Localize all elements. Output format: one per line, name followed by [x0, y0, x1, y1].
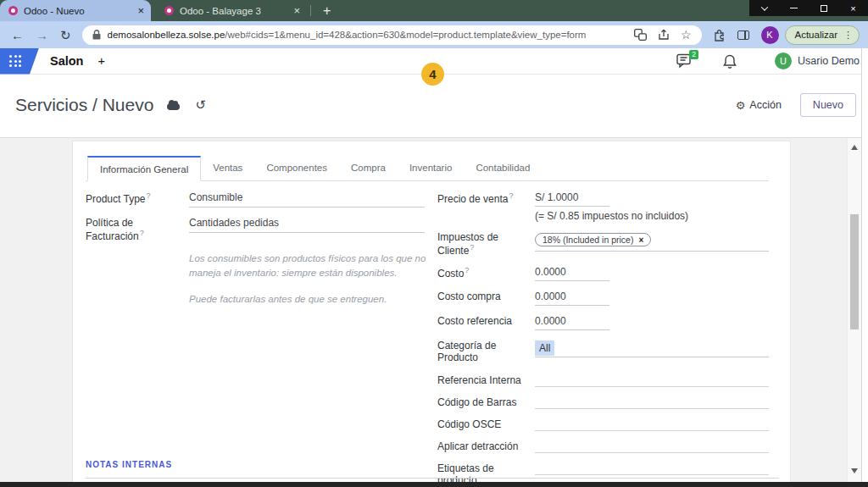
- tab-contabilidad[interactable]: Contabilidad: [464, 156, 542, 180]
- help-icon: ?: [140, 229, 144, 237]
- reload-icon[interactable]: ↻: [60, 29, 71, 42]
- window-controls: ×: [749, 0, 868, 16]
- window-minimize-icon[interactable]: [779, 0, 809, 16]
- vertical-scrollbar[interactable]: [847, 138, 861, 482]
- internal-reference-label: Referencia Interna: [437, 374, 535, 386]
- tab-compra[interactable]: Compra: [339, 156, 398, 180]
- scrollbar-up-icon[interactable]: [851, 145, 858, 150]
- browser-profile-avatar[interactable]: K: [761, 26, 779, 44]
- address-bar[interactable]: demosalonbelleza.solse.pe/web#cids=1&men…: [82, 25, 702, 45]
- tab-componentes[interactable]: Componentes: [254, 156, 339, 180]
- url-text: demosalonbelleza.solse.pe/web#cids=1&men…: [108, 30, 623, 40]
- user-avatar[interactable]: U: [775, 53, 792, 69]
- content-area: Información General Ventas Componentes C…: [0, 138, 861, 482]
- reference-cost-field[interactable]: 0.0000: [535, 315, 609, 330]
- forward-icon[interactable]: →: [36, 29, 48, 42]
- customer-taxes-label: Impuestos de Cliente?: [437, 231, 535, 257]
- browser-toolbar: ← → ↻ demosalonbelleza.solse.pe/web#cids…: [0, 21, 868, 48]
- scrollbar-thumb[interactable]: [850, 214, 859, 329]
- cost-label: Costo?: [437, 266, 535, 279]
- new-record-button[interactable]: Nuevo: [800, 93, 856, 117]
- apps-grid-icon: [9, 55, 21, 67]
- invoice-help-text: Puede facturarlas antes de que se entreg…: [189, 292, 428, 307]
- barcode-field[interactable]: [535, 396, 769, 409]
- internal-notes-separator: NOTAS INTERNAS: [86, 456, 779, 479]
- internal-reference-field[interactable]: [535, 374, 769, 387]
- extensions-icon[interactable]: [713, 29, 726, 42]
- form-right-column: Precio de venta? S/ 1.0000 (= S/ 0.85 im…: [425, 191, 769, 487]
- osce-code-label: Código OSCE: [437, 418, 535, 430]
- side-panel-icon[interactable]: [737, 30, 749, 40]
- help-icon: ?: [147, 191, 151, 200]
- translate-icon[interactable]: [634, 29, 647, 41]
- window-close-icon[interactable]: ×: [838, 0, 868, 16]
- reference-cost-label: Costo referencia: [437, 315, 535, 327]
- help-icon: ?: [509, 191, 513, 200]
- tab-informacion-general[interactable]: Información General: [87, 156, 201, 181]
- product-type-field[interactable]: Consumible: [189, 191, 425, 208]
- window-menu-icon[interactable]: [749, 0, 779, 16]
- tag-remove-icon[interactable]: ×: [638, 235, 643, 245]
- apps-menu-button[interactable]: [0, 48, 39, 75]
- tab-close-icon[interactable]: ×: [137, 5, 144, 16]
- bookmark-star-icon[interactable]: ☆: [681, 28, 692, 42]
- discard-undo-icon[interactable]: ↺: [195, 97, 206, 113]
- window-maximize-icon[interactable]: [809, 0, 838, 16]
- product-category-value[interactable]: All: [535, 340, 554, 356]
- new-tab-button[interactable]: +: [314, 4, 339, 18]
- notifications-button[interactable]: [722, 53, 737, 69]
- bottom-edge-bar: [0, 482, 868, 487]
- price-tax-note: (= S/ 0.85 impuestos no incluidos): [535, 210, 769, 222]
- purchase-cost-field[interactable]: 0.0000: [535, 291, 609, 306]
- save-cloud-icon[interactable]: [167, 103, 180, 110]
- product-category-field[interactable]: All: [535, 340, 769, 357]
- product-category-label: Categoría de Producto: [437, 340, 535, 363]
- sale-price-label: Precio de venta?: [437, 191, 535, 205]
- lock-icon: [92, 30, 101, 40]
- invoice-policy-field[interactable]: Cantidades pedidas: [189, 217, 425, 233]
- browser-tab-strip: Odoo - Nuevo × Odoo - Balayage 3 × + ×: [0, 0, 868, 21]
- tax-tag[interactable]: 18% (Included in price)×: [535, 233, 651, 246]
- detraction-label: Aplicar detracción: [437, 440, 535, 452]
- tab-close-icon[interactable]: ×: [293, 5, 300, 16]
- invoice-policy-label: Política de Facturación?: [86, 217, 189, 242]
- user-name[interactable]: Usario Demo: [798, 55, 860, 67]
- tab-title: Odoo - Balayage 3: [180, 6, 288, 16]
- browser-tab-inactive[interactable]: Odoo - Balayage 3 ×: [156, 0, 307, 21]
- browser-tab-active[interactable]: Odoo - Nuevo ×: [0, 0, 151, 21]
- purchase-cost-label: Costo compra: [437, 291, 535, 302]
- nav-plus-button[interactable]: +: [97, 54, 104, 68]
- breadcrumb[interactable]: Servicios / Nuevo: [15, 95, 153, 115]
- action-menu-button[interactable]: ⚙ Acción: [736, 99, 782, 112]
- osce-code-field[interactable]: [535, 418, 769, 431]
- update-button-label: Actualizar: [795, 30, 838, 40]
- sale-price-field[interactable]: S/ 1.0000: [535, 191, 609, 207]
- back-icon[interactable]: ←: [11, 29, 24, 42]
- window-right-edge: [861, 48, 868, 482]
- messages-button[interactable]: 2: [674, 53, 693, 69]
- cost-field[interactable]: 0.0000: [535, 266, 609, 281]
- share-icon[interactable]: [658, 29, 670, 41]
- tab-inventario[interactable]: Inventario: [398, 156, 465, 180]
- bell-icon: [722, 53, 737, 69]
- form-left-column: Product Type? Consumible Política de Fac…: [86, 191, 425, 487]
- update-button[interactable]: Actualizar ⋮: [785, 25, 860, 45]
- odoo-favicon-icon: [8, 6, 18, 15]
- customer-taxes-field[interactable]: 18% (Included in price)×: [535, 231, 769, 252]
- url-path: /web#cids=1&menu_id=428&action=630&model…: [225, 30, 586, 40]
- navbar-right: 2 U Usario Demo: [674, 53, 868, 69]
- gear-icon: ⚙: [736, 99, 746, 112]
- annotation-marker: 4: [421, 63, 444, 86]
- tab-ventas[interactable]: Ventas: [201, 156, 254, 180]
- scrollbar-down-icon[interactable]: [851, 468, 858, 473]
- app-name[interactable]: Salon: [50, 54, 83, 68]
- notebook-tabs: Información General Ventas Componentes C…: [86, 156, 769, 181]
- menu-dots-icon[interactable]: ⋮: [843, 30, 853, 41]
- tab-title: Odoo - Nuevo: [24, 6, 132, 16]
- tab-separator: [310, 5, 311, 16]
- barcode-label: Código de Barras: [437, 396, 535, 408]
- action-label: Acción: [749, 99, 782, 111]
- odoo-favicon-icon: [164, 6, 174, 15]
- url-domain: demosalonbelleza.solse.pe: [108, 30, 225, 40]
- detraction-field[interactable]: [535, 440, 769, 453]
